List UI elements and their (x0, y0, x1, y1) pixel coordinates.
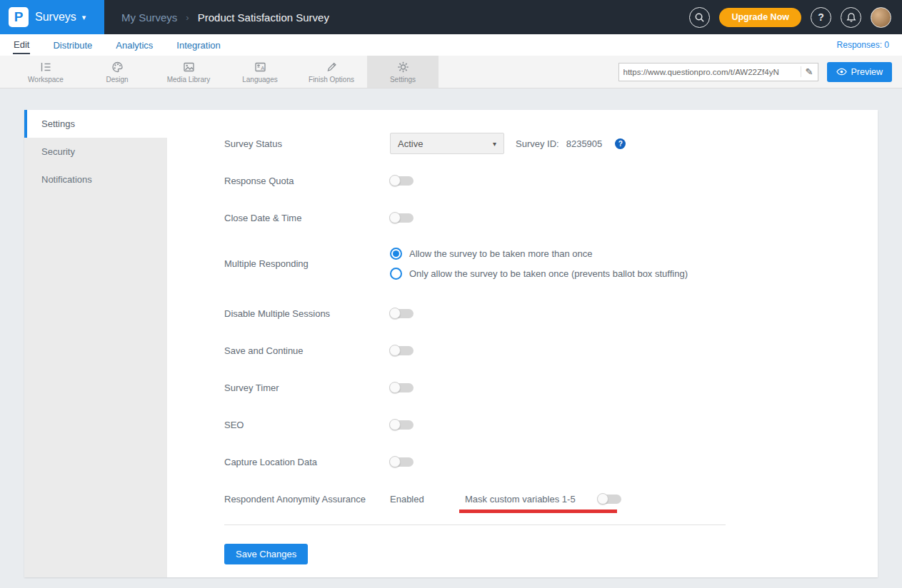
survey-nav-tabs: Edit Distribute Analytics Integration Re… (0, 34, 902, 56)
tab-edit[interactable]: Edit (13, 36, 30, 54)
radio-option-multiple[interactable]: Allow the survey to be taken more than o… (390, 248, 688, 260)
breadcrumb-separator-icon: › (186, 12, 189, 23)
radio-checked-icon (390, 248, 402, 260)
save-continue-label: Save and Continue (224, 345, 390, 356)
tab-integration[interactable]: Integration (176, 36, 221, 54)
radio-option-label: Allow the survey to be taken more than o… (409, 248, 593, 259)
anonymity-status: Enabled (390, 494, 465, 505)
survey-status-value: Active (398, 138, 423, 149)
tab-analytics[interactable]: Analytics (115, 36, 154, 54)
response-quota-label: Response Quota (224, 176, 390, 186)
response-quota-toggle[interactable] (390, 176, 414, 186)
capture-location-label: Capture Location Data (224, 457, 390, 467)
chevron-down-icon: ▾ (82, 13, 86, 22)
toolbar-label: Finish Options (309, 76, 354, 83)
seo-label: SEO (224, 420, 390, 430)
setting-row-close-date: Close Date & Time (224, 206, 878, 229)
survey-url-input[interactable] (619, 68, 801, 76)
settings-card: Settings Security Notifications Survey S… (24, 110, 878, 577)
close-date-label: Close Date & Time (224, 213, 390, 223)
multiple-responding-options: Allow the survey to be taken more than o… (390, 248, 688, 280)
chevron-down-icon: ▾ (493, 140, 496, 148)
setting-row-multiple-responding: Multiple Responding Allow the survey to … (224, 243, 878, 283)
sidebar-item-label: Notifications (41, 174, 92, 185)
toggle-knob (389, 308, 401, 319)
radio-option-label: Only allow the survey to be taken once (… (409, 268, 688, 279)
main-area: Settings Security Notifications Survey S… (0, 88, 902, 588)
toolbar-label: Media Library (167, 76, 211, 83)
capture-location-toggle[interactable] (390, 457, 414, 467)
survey-timer-label: Survey Timer (224, 382, 390, 393)
questionpro-logo-icon: P (9, 7, 29, 27)
toggle-knob (389, 212, 401, 223)
survey-url-box: ✎ (618, 63, 818, 81)
sidebar-item-settings[interactable]: Settings (24, 110, 167, 138)
preview-button[interactable]: Preview (827, 62, 892, 82)
finish-options-icon (325, 61, 339, 74)
toggle-knob (389, 419, 401, 430)
design-icon (111, 61, 124, 74)
toolbar-right: ✎ Preview (618, 56, 902, 88)
tab-distribute[interactable]: Distribute (52, 36, 93, 54)
anonymity-label: Respondent Anonymity Assurance (224, 494, 390, 505)
product-switcher[interactable]: P Surveys ▾ (0, 0, 104, 34)
survey-id-value: 8235905 (566, 138, 603, 149)
highlight-underline (459, 510, 617, 513)
setting-row-save-continue: Save and Continue (224, 339, 878, 362)
survey-timer-toggle[interactable] (390, 383, 414, 392)
radio-option-once[interactable]: Only allow the survey to be taken once (… (390, 268, 688, 280)
survey-status-label: Survey Status (224, 138, 390, 149)
radio-unchecked-icon (390, 268, 402, 280)
close-date-toggle[interactable] (390, 213, 414, 223)
preview-label: Preview (851, 67, 883, 77)
toolbar-item-settings[interactable]: Settings (367, 56, 439, 88)
survey-status-select[interactable]: Active ▾ (390, 133, 504, 154)
responses-count[interactable]: Responses: 0 (837, 40, 889, 50)
setting-row-seo: SEO (224, 413, 878, 436)
save-changes-button[interactable]: Save Changes (224, 544, 308, 564)
workspace-icon (39, 61, 53, 74)
media-library-icon (182, 61, 196, 74)
seo-toggle[interactable] (390, 420, 414, 430)
user-avatar[interactable] (871, 7, 891, 28)
toolbar-item-design[interactable]: Design (81, 56, 153, 88)
settings-icon (396, 61, 410, 74)
setting-row-response-quota: Response Quota (224, 169, 878, 192)
toggle-knob (597, 493, 608, 505)
survey-id-help-icon[interactable]: ? (615, 138, 626, 149)
toolbar-label: Languages (242, 76, 278, 83)
toolbar-item-workspace[interactable]: Workspace (10, 56, 81, 88)
settings-form: Survey Status Active ▾ Survey ID: 823590… (167, 110, 878, 577)
mask-custom-variables-toggle[interactable] (598, 495, 621, 504)
notifications-button[interactable] (841, 7, 861, 28)
app-header: P Surveys ▾ My Surveys › Product Satisfa… (0, 0, 902, 34)
toggle-knob (389, 175, 401, 186)
bell-icon (846, 12, 856, 23)
svg-text:A: A (261, 64, 264, 71)
toggle-knob (389, 345, 401, 356)
setting-row-disable-sessions: Disable Multiple Sessions (224, 302, 878, 325)
toolbar-label: Workspace (28, 76, 64, 83)
toggle-knob (389, 456, 401, 467)
toolbar-item-finish-options[interactable]: Finish Options (296, 56, 367, 88)
help-button[interactable]: ? (811, 7, 831, 28)
sidebar-item-notifications[interactable]: Notifications (24, 166, 167, 193)
question-mark-icon: ? (818, 11, 824, 23)
page-title: Product Satisfaction Survey (198, 11, 329, 24)
disable-sessions-label: Disable Multiple Sessions (224, 308, 390, 319)
upgrade-now-button[interactable]: Upgrade Now (719, 8, 801, 27)
breadcrumb: My Surveys › Product Satisfaction Survey (121, 11, 329, 24)
mask-custom-variables-label: Mask custom variables 1-5 (465, 494, 576, 505)
eye-icon (836, 68, 847, 76)
toolbar-item-media-library[interactable]: Media Library (153, 56, 224, 88)
search-button[interactable] (689, 7, 710, 28)
save-continue-toggle[interactable] (390, 346, 414, 355)
breadcrumb-my-surveys[interactable]: My Surveys (121, 11, 177, 24)
edit-url-pencil-icon[interactable]: ✎ (801, 66, 818, 77)
toggle-knob (389, 382, 401, 393)
sidebar-item-security[interactable]: Security (24, 138, 167, 166)
disable-sessions-toggle[interactable] (390, 309, 414, 318)
toolbar-item-languages[interactable]: A Languages (224, 56, 296, 88)
header-actions: Upgrade Now ? (689, 7, 902, 28)
setting-row-capture-location: Capture Location Data (224, 450, 878, 473)
